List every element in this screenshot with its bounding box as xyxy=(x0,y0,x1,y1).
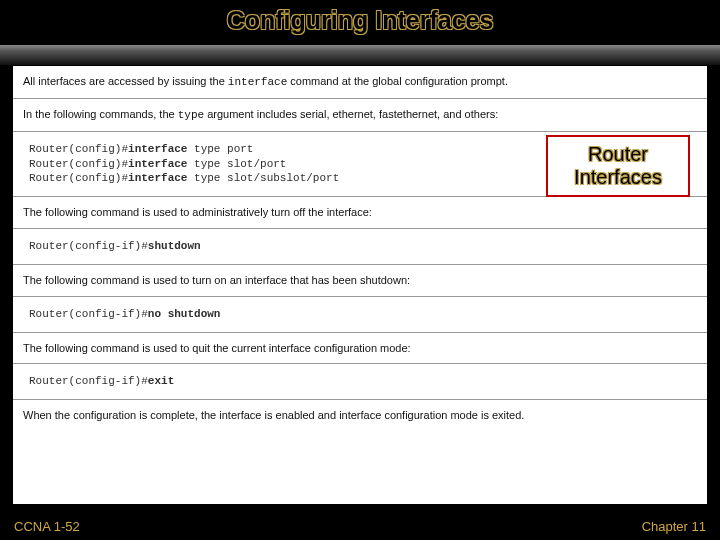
exit-bold: exit xyxy=(148,375,174,387)
shutdown-prompt: Router(config-if)# xyxy=(29,240,148,252)
noshut-bold: no shutdown xyxy=(148,308,221,320)
intro-row: All interfaces are accessed by issuing t… xyxy=(13,66,707,99)
noshut-prompt: Router(config-if)# xyxy=(29,308,148,320)
code-shutdown: Router(config-if)#shutdown xyxy=(13,229,707,265)
intro-cmd: interface xyxy=(228,76,287,88)
header-gradient xyxy=(0,45,720,65)
type-args-prefix: In the following commands, the xyxy=(23,108,178,120)
l3-rest: type slot/subslot/port xyxy=(187,172,339,184)
l2-prompt: Router(config)# xyxy=(29,158,128,170)
l1-prompt: Router(config)# xyxy=(29,143,128,155)
intro-prefix: All interfaces are accessed by issuing t… xyxy=(23,75,228,87)
shutdown-intro-row: The following command is used to adminis… xyxy=(13,197,707,229)
slide-title: Configuring Interfaces xyxy=(227,6,494,35)
type-args-cmd: type xyxy=(178,109,204,121)
exit-intro-row: The following command is used to quit th… xyxy=(13,333,707,365)
noshut-intro-row: The following command is used to turn on… xyxy=(13,265,707,297)
code-exit: Router(config-if)#exit xyxy=(13,364,707,400)
footer-right: Chapter 11 xyxy=(642,519,706,534)
l3-bold: interface xyxy=(128,172,187,184)
callout-router-interfaces: Router Interfaces xyxy=(546,135,690,197)
intro-suffix: command at the global configuration prom… xyxy=(287,75,508,87)
title-area: Configuring Interfaces xyxy=(0,0,720,35)
shutdown-bold: shutdown xyxy=(148,240,201,252)
exit-prompt: Router(config-if)# xyxy=(29,375,148,387)
type-args-row: In the following commands, the type argu… xyxy=(13,99,707,132)
code-noshut: Router(config-if)#no shutdown xyxy=(13,297,707,333)
l2-bold: interface xyxy=(128,158,187,170)
final-row: When the configuration is complete, the … xyxy=(13,400,707,431)
type-args-suffix: argument includes serial, ethernet, fast… xyxy=(204,108,498,120)
l1-rest: type port xyxy=(187,143,253,155)
l1-bold: interface xyxy=(128,143,187,155)
l3-prompt: Router(config)# xyxy=(29,172,128,184)
callout-text: Router Interfaces xyxy=(548,143,688,189)
footer: CCNA 1-52 Chapter 11 xyxy=(14,519,706,534)
footer-left: CCNA 1-52 xyxy=(14,519,80,534)
l2-rest: type slot/port xyxy=(187,158,286,170)
slide: Configuring Interfaces All interfaces ar… xyxy=(0,0,720,540)
content-panel: All interfaces are accessed by issuing t… xyxy=(12,65,708,505)
